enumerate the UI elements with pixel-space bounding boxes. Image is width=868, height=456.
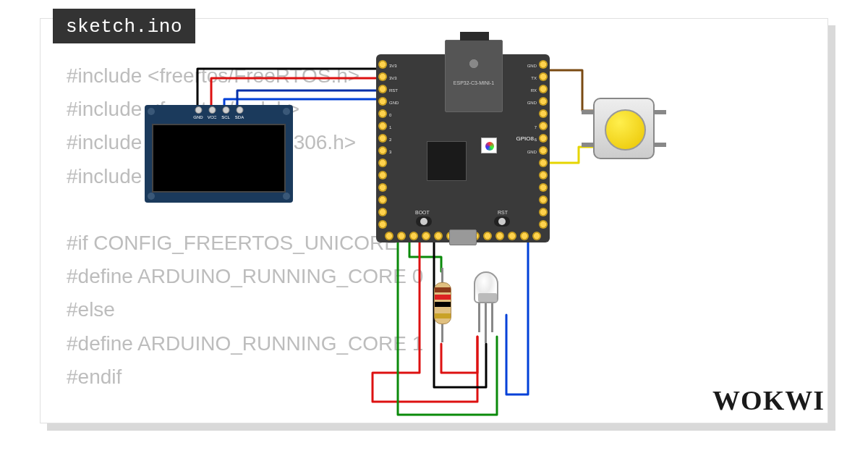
usb-chip-icon	[427, 141, 467, 181]
pin-b5[interactable]	[434, 232, 443, 240]
led-leg-icon	[491, 303, 493, 332]
pin-b3[interactable]	[409, 232, 418, 240]
pin-r11[interactable]	[539, 183, 548, 192]
pin-rx[interactable]	[539, 85, 548, 93]
pin-gnd-r2[interactable]	[539, 97, 548, 106]
pin-l10[interactable]	[378, 171, 387, 180]
resistor-band-icon	[435, 287, 451, 292]
pin-3[interactable]	[378, 146, 387, 155]
pin-row-right	[539, 60, 548, 229]
button-leg-icon	[653, 143, 666, 147]
oled-pin-sda[interactable]	[236, 106, 243, 114]
button-leg-icon	[653, 110, 666, 114]
chip-label: ESP32-C3-MINI-1	[446, 80, 502, 85]
rst-label: RST	[498, 210, 508, 215]
pin-3v3-2[interactable]	[378, 72, 387, 81]
pin-gnd-r1[interactable]	[539, 60, 548, 69]
boot-button[interactable]	[416, 216, 432, 227]
resistor[interactable]	[434, 282, 451, 324]
pin-r9[interactable]	[539, 159, 548, 167]
wokwi-logo: WOKWI	[712, 384, 825, 416]
pin-b1[interactable]	[385, 232, 393, 240]
pin-b10[interactable]	[495, 232, 504, 240]
circuit-diagram[interactable]: GND VCC SCL SDA ESP32-C3-MINI-1	[145, 54, 687, 423]
pin-row-left	[378, 60, 387, 229]
oled-pin-scl[interactable]	[222, 106, 229, 114]
pin-b11[interactable]	[508, 232, 516, 240]
boot-label: BOOT	[415, 210, 430, 215]
pin-l12[interactable]	[378, 195, 387, 204]
pin-gnd-r3[interactable]	[539, 146, 548, 155]
pin-r10[interactable]	[539, 171, 548, 180]
esp32-board[interactable]: ESP32-C3-MINI-1	[376, 54, 550, 242]
button-leg-icon	[582, 110, 595, 114]
pin-r12[interactable]	[539, 195, 548, 204]
pin-rst[interactable]	[378, 85, 387, 93]
led-bulb-icon	[474, 271, 498, 303]
resistor-band-icon	[435, 302, 451, 307]
pin-l9[interactable]	[378, 159, 387, 167]
rgb-led[interactable]	[474, 271, 498, 303]
pin-labels-right: GND TX RX GND 7 6 GND	[527, 62, 537, 156]
pin-7[interactable]	[539, 122, 548, 130]
pin-1[interactable]	[378, 122, 387, 130]
pin-tx[interactable]	[539, 72, 548, 81]
led-leg-icon	[485, 303, 487, 343]
pin-r13[interactable]	[539, 208, 548, 216]
push-button[interactable]	[593, 98, 655, 159]
pin-b9[interactable]	[483, 232, 492, 240]
oled-pin-labels: GND VCC SCL SDA	[192, 115, 245, 119]
oled-pin-vcc[interactable]	[208, 106, 216, 114]
oled-pin-row	[195, 106, 243, 114]
button-leg-icon	[582, 143, 595, 147]
pin-r14[interactable]	[539, 220, 548, 229]
filename-text: sketch.ino	[66, 16, 182, 38]
pin-l11[interactable]	[378, 183, 387, 192]
resistor-band-icon	[435, 313, 451, 318]
resistor-lead-icon	[441, 324, 443, 342]
pin-l13[interactable]	[378, 208, 387, 216]
led-leg-icon	[478, 303, 480, 332]
reset-button[interactable]	[494, 216, 510, 227]
oled-screen	[152, 124, 286, 193]
pin-gpio8[interactable]	[539, 109, 548, 118]
pin-b2[interactable]	[397, 232, 406, 240]
pin-b12[interactable]	[520, 232, 529, 240]
resistor-lead-icon	[441, 268, 443, 282]
pin-b13[interactable]	[532, 232, 541, 240]
pin-2[interactable]	[378, 134, 387, 143]
esp32-chip-icon: ESP32-C3-MINI-1	[445, 40, 503, 112]
pin-labels-left: 3V3 3V3 RST GND 0 1 2 3	[389, 62, 399, 156]
resistor-band-icon	[435, 295, 451, 300]
oled-pin-gnd[interactable]	[195, 106, 202, 114]
pin-3v3-1[interactable]	[378, 60, 387, 69]
onboard-rgb-led-icon	[481, 138, 497, 153]
filename-tab[interactable]: sketch.ino	[53, 9, 195, 43]
oled-display[interactable]: GND VCC SCL SDA	[145, 105, 293, 203]
pin-0[interactable]	[378, 109, 387, 118]
resistor-body-icon	[434, 282, 451, 324]
espressif-logo-icon	[464, 54, 484, 74]
pin-l14[interactable]	[378, 220, 387, 229]
usb-port-icon	[449, 229, 477, 245]
gpio8-label: GPIO8	[516, 135, 534, 142]
pin-6[interactable]	[539, 134, 548, 143]
pin-gnd-l[interactable]	[378, 97, 387, 106]
pin-b4[interactable]	[422, 232, 430, 240]
